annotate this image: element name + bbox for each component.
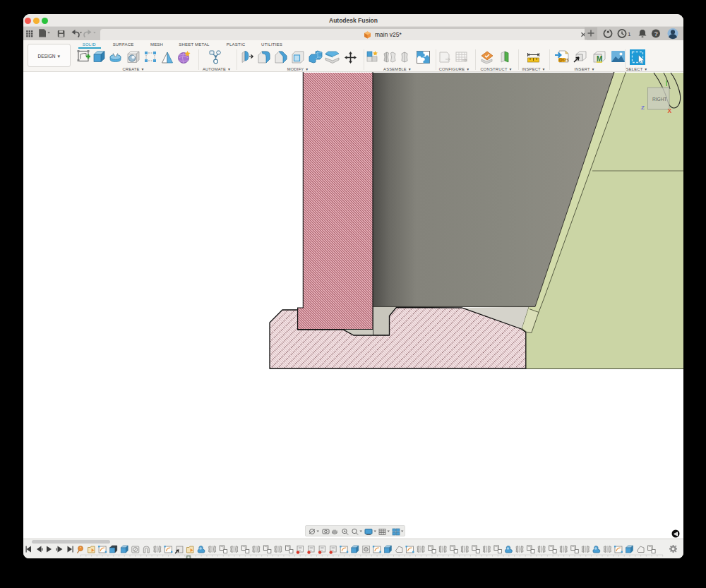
svg-text:1: 1 bbox=[628, 31, 631, 37]
svg-text:SYS: SYS bbox=[563, 59, 569, 62]
svg-text:?: ? bbox=[654, 30, 659, 37]
svg-text:main v25*: main v25* bbox=[375, 31, 402, 38]
svg-text:Z: Z bbox=[641, 104, 645, 111]
svg-text:RIGHT: RIGHT bbox=[652, 97, 667, 102]
svg-text:X: X bbox=[668, 107, 672, 114]
